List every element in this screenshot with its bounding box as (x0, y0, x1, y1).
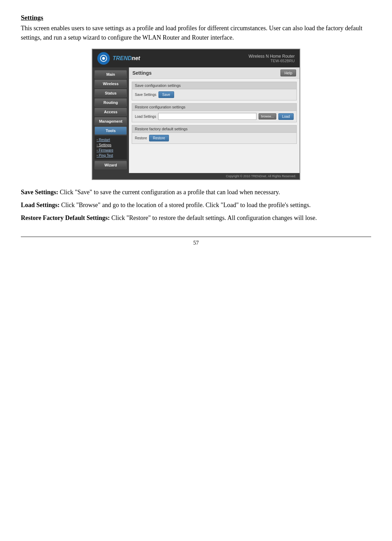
submenu-settings[interactable]: Settings (97, 142, 125, 148)
tools-submenu: Restart Settings Firmware Ping Test (95, 136, 127, 159)
save-settings-text: Click "Save" to save the current configu… (58, 189, 280, 196)
save-settings-label: Save Settings: (21, 189, 58, 196)
load-config-title: Restore configuration settings (132, 104, 296, 111)
load-config-section: Restore configuration settings Load Sett… (132, 103, 297, 122)
load-button[interactable]: Load (278, 113, 294, 120)
sidebar-item-access[interactable]: Access (95, 108, 127, 116)
sidebar-item-status[interactable]: Status (95, 89, 127, 97)
sidebar-item-routing[interactable]: Routing (95, 98, 127, 107)
submenu-restart[interactable]: Restart (97, 137, 125, 142)
router-main-content: Settings Help Save configuration setting… (129, 67, 300, 173)
save-settings-label: Save Settings (135, 93, 156, 97)
sidebar-item-management[interactable]: Management (95, 117, 127, 125)
router-main-header: Settings Help (129, 67, 300, 79)
restore-config-body: Restore Restore (132, 133, 296, 144)
router-logo: TRENDnet (97, 52, 140, 65)
router-header: TRENDnet Wireless N Home Router TEW-652B… (92, 49, 300, 67)
save-settings-desc: Save Settings: Click "Save" to save the … (21, 188, 371, 197)
load-settings-input[interactable] (158, 113, 256, 120)
trendnet-icon (97, 52, 110, 65)
brand-net: net (132, 55, 140, 61)
router-model-info: Wireless N Home Router TEW-652BRU (248, 54, 295, 63)
router-body: Main Wireless Status Routing Access Mana… (92, 67, 300, 173)
help-button[interactable]: Help (280, 69, 296, 76)
svg-point-2 (102, 57, 105, 60)
brand-trend: TREND (113, 55, 132, 61)
save-config-body: Save Settings Save (132, 89, 296, 100)
load-settings-text: Click "Browse" and go to the location of… (60, 202, 311, 208)
submenu-ping-test[interactable]: Ping Test (97, 153, 125, 158)
save-config-title: Save configuration settings (132, 82, 296, 89)
load-settings-label: Load Settings (135, 115, 156, 118)
section-title: Settings (132, 70, 152, 76)
page-number: 57 (21, 237, 371, 246)
restore-label: Restore (135, 136, 147, 140)
sidebar-item-main[interactable]: Main (95, 70, 127, 79)
save-config-section: Save configuration settings Save Setting… (132, 82, 297, 100)
restore-settings-desc: Restore Factory Default Settings: Click … (21, 213, 371, 223)
load-config-body: Load Settings browse... Load (132, 111, 296, 122)
model-title: Wireless N Home Router (248, 54, 295, 59)
sidebar-item-wizard[interactable]: Wizard (95, 161, 127, 169)
brand-name: TRENDnet (113, 55, 140, 62)
router-sidebar: Main Wireless Status Routing Access Mana… (92, 67, 129, 173)
browse-button[interactable]: browse... (259, 113, 276, 120)
sidebar-item-tools[interactable]: Tools (95, 126, 127, 135)
restore-settings-text: Click "Restore" to restore the default s… (110, 214, 317, 221)
restore-config-title: Restore factory default settings (132, 125, 296, 133)
router-footer: Copyright © 2010 TRENDnet. All Rights Re… (92, 173, 300, 179)
sidebar-item-wireless[interactable]: Wireless (95, 80, 127, 88)
load-settings-label: Load Settings: (21, 202, 60, 208)
load-settings-desc: Load Settings: Click "Browse" and go to … (21, 200, 371, 210)
restore-config-section: Restore factory default settings Restore… (132, 125, 297, 144)
intro-text: This screen enables users to save settin… (21, 24, 371, 42)
router-screenshot: TRENDnet Wireless N Home Router TEW-652B… (92, 49, 300, 180)
page-title: Settings (21, 14, 371, 22)
submenu-firmware[interactable]: Firmware (97, 148, 125, 153)
restore-settings-label: Restore Factory Default Settings: (21, 214, 110, 221)
restore-button[interactable]: Restore (149, 135, 169, 141)
save-button[interactable]: Save (158, 91, 174, 98)
model-number: TEW-652BRU (248, 59, 295, 63)
